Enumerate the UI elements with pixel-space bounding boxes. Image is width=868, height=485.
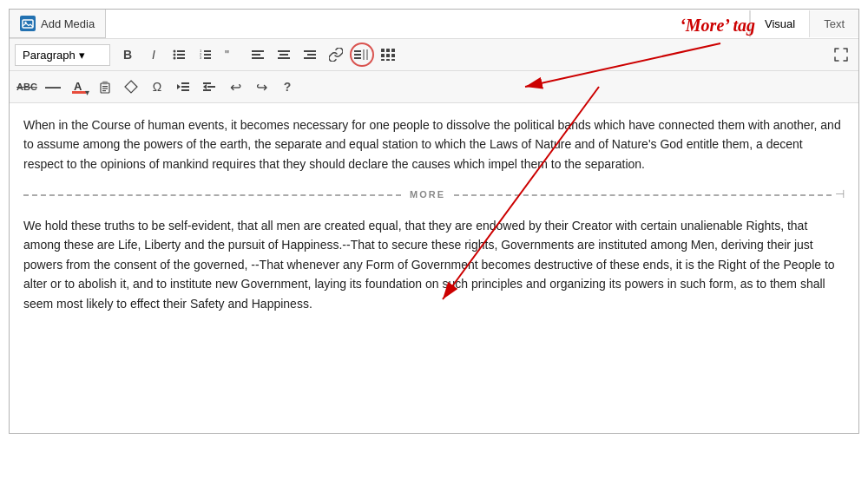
- align-center-icon: [277, 48, 291, 62]
- text-color-button[interactable]: A ▾: [67, 75, 91, 99]
- paragraph-select[interactable]: Paragraph ▾: [15, 44, 110, 66]
- chevron-down-icon: ▾: [79, 49, 85, 62]
- svg-rect-51: [181, 86, 189, 88]
- paragraph-1: When in the Course of human events, it b…: [23, 115, 845, 174]
- svg-rect-54: [203, 82, 211, 84]
- svg-rect-17: [252, 57, 264, 59]
- more-tag-dashes-left: [23, 194, 401, 196]
- align-left-button[interactable]: [246, 43, 270, 67]
- svg-rect-18: [278, 50, 290, 52]
- redo-button[interactable]: ↪: [249, 75, 273, 99]
- color-arrow-icon: ▾: [85, 88, 89, 97]
- outdent-icon: [176, 80, 190, 94]
- more-tag-line: MORE ⊣: [23, 186, 845, 204]
- read-more-button[interactable]: [350, 43, 374, 67]
- svg-rect-55: [207, 86, 215, 88]
- add-media-icon: [20, 16, 36, 31]
- tab-text[interactable]: Text: [809, 10, 858, 37]
- paste-icon: [98, 80, 112, 94]
- svg-rect-25: [354, 54, 361, 56]
- svg-rect-24: [354, 50, 361, 52]
- svg-rect-3: [177, 54, 185, 56]
- paste-text-button[interactable]: [93, 75, 117, 99]
- svg-rect-46: [102, 86, 108, 87]
- more-tag-dashes-right: [454, 194, 832, 196]
- svg-rect-41: [391, 59, 395, 61]
- svg-rect-37: [386, 54, 390, 57]
- svg-rect-45: [102, 82, 108, 84]
- svg-point-5: [174, 50, 176, 53]
- svg-rect-8: [204, 50, 211, 52]
- svg-rect-35: [391, 49, 395, 52]
- svg-rect-21: [304, 50, 316, 52]
- special-char-button[interactable]: Ω: [145, 75, 169, 99]
- svg-rect-40: [386, 59, 390, 61]
- fullscreen-button[interactable]: [829, 43, 853, 67]
- read-more-icon: [353, 47, 371, 62]
- outdent-button[interactable]: [171, 75, 195, 99]
- svg-rect-22: [307, 54, 316, 56]
- tab-visual[interactable]: Visual: [750, 10, 809, 37]
- bold-button[interactable]: B: [115, 43, 140, 67]
- svg-text:": ": [225, 48, 229, 62]
- clear-format-button[interactable]: [119, 75, 143, 99]
- blockquote-button[interactable]: ": [220, 43, 244, 67]
- ordered-list-button[interactable]: 1 2 3: [194, 43, 218, 67]
- svg-rect-4: [177, 57, 185, 59]
- svg-rect-34: [386, 49, 390, 52]
- svg-rect-48: [102, 90, 106, 91]
- svg-rect-23: [304, 57, 316, 59]
- more-tag-end-marker: ⊣: [832, 186, 845, 204]
- add-media-button[interactable]: Add Media: [10, 10, 106, 38]
- more-tag-label: MORE: [401, 187, 454, 203]
- indent-icon: [202, 80, 216, 94]
- svg-point-7: [174, 57, 176, 60]
- editor-content[interactable]: When in the Course of human events, it b…: [10, 103, 858, 433]
- svg-rect-50: [181, 82, 189, 84]
- ul-icon: [173, 48, 187, 62]
- redo-icon: ↪: [256, 79, 267, 95]
- omega-icon: Ω: [153, 80, 161, 94]
- align-right-icon: [303, 48, 317, 62]
- svg-text:A: A: [74, 80, 82, 93]
- svg-rect-56: [203, 89, 211, 91]
- editor-top-bar: Add Media Visual Text: [10, 10, 858, 39]
- text-color-icon: A: [72, 79, 86, 95]
- toolbar-row2: ABC — A ▾ Ω: [10, 71, 858, 103]
- expand-icon: [834, 48, 848, 62]
- help-icon: ?: [284, 80, 292, 94]
- align-left-icon: [251, 48, 265, 62]
- unordered-list-button[interactable]: [168, 43, 192, 67]
- svg-rect-52: [181, 89, 189, 91]
- insert-link-button[interactable]: [324, 43, 348, 67]
- italic-button[interactable]: I: [141, 43, 166, 67]
- svg-rect-9: [204, 54, 211, 56]
- align-right-button[interactable]: [298, 43, 322, 67]
- view-tabs: Visual Text: [749, 10, 858, 37]
- svg-rect-38: [391, 54, 395, 57]
- hr-icon: —: [45, 78, 61, 96]
- svg-rect-20: [278, 57, 290, 59]
- svg-rect-26: [354, 57, 361, 59]
- toolbar-toggle-button[interactable]: [376, 43, 400, 67]
- svg-rect-33: [381, 49, 385, 52]
- svg-rect-47: [102, 88, 108, 89]
- svg-rect-36: [381, 54, 385, 57]
- svg-rect-39: [381, 59, 385, 61]
- svg-rect-43: [72, 91, 86, 94]
- undo-button[interactable]: ↩: [223, 75, 247, 99]
- svg-marker-53: [177, 84, 181, 89]
- indent-button[interactable]: [197, 75, 221, 99]
- keyboard-shortcuts-button[interactable]: ?: [275, 75, 299, 99]
- svg-rect-10: [204, 57, 211, 59]
- svg-point-6: [174, 54, 176, 56]
- svg-rect-16: [252, 54, 260, 56]
- align-center-button[interactable]: [272, 43, 296, 67]
- strikethrough-button[interactable]: ABC: [15, 75, 39, 99]
- svg-text:3: 3: [200, 56, 202, 60]
- toolbar-toggle-icon: [380, 48, 396, 62]
- paragraph-2: We hold these truths to be self-evident,…: [23, 216, 845, 313]
- horizontal-rule-button[interactable]: —: [41, 75, 65, 99]
- toolbar-row1: Paragraph ▾ B I 1 2: [10, 39, 858, 71]
- clear-format-icon: [124, 80, 138, 94]
